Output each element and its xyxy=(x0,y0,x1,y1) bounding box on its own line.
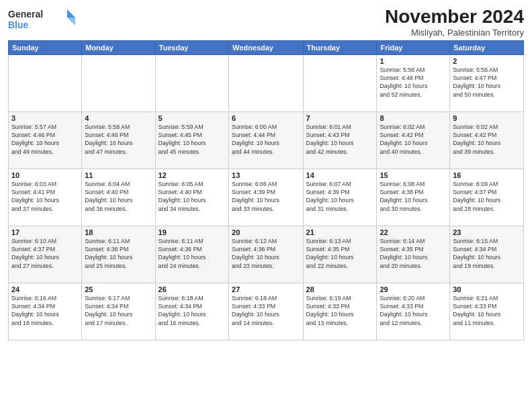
day-info: Sunrise: 6:15 AMSunset: 4:34 PMDaylight:… xyxy=(453,237,521,270)
day-info: Sunrise: 5:56 AMSunset: 4:48 PMDaylight:… xyxy=(380,66,447,99)
calendar-cell-w3-d1: 10Sunrise: 6:03 AMSunset: 4:41 PMDayligh… xyxy=(9,169,82,226)
day-number: 20 xyxy=(232,228,300,236)
day-info: Sunrise: 6:02 AMSunset: 4:42 PMDaylight:… xyxy=(453,123,521,156)
calendar-cell-w1-d1 xyxy=(9,54,82,111)
day-info: Sunrise: 5:59 AMSunset: 4:45 PMDaylight:… xyxy=(159,123,226,156)
day-number: 1 xyxy=(380,57,447,65)
svg-marker-2 xyxy=(67,9,75,17)
day-number: 5 xyxy=(159,114,226,122)
calendar-cell-w3-d7: 16Sunrise: 6:09 AMSunset: 4:37 PMDayligh… xyxy=(450,169,524,226)
calendar-cell-w4-d3: 19Sunrise: 6:11 AMSunset: 4:36 PMDayligh… xyxy=(155,226,228,283)
day-number: 8 xyxy=(380,114,447,122)
day-number: 2 xyxy=(453,57,521,65)
calendar-week-3: 10Sunrise: 6:03 AMSunset: 4:41 PMDayligh… xyxy=(9,169,524,226)
day-info: Sunrise: 5:56 AMSunset: 4:47 PMDaylight:… xyxy=(453,66,521,99)
calendar-body: 1Sunrise: 5:56 AMSunset: 4:48 PMDaylight… xyxy=(9,54,524,340)
calendar-cell-w2-d6: 8Sunrise: 6:02 AMSunset: 4:42 PMDaylight… xyxy=(377,111,450,169)
title-block: November 2024 Misliyah, Palestinian Terr… xyxy=(385,7,524,38)
day-number: 7 xyxy=(306,114,374,122)
day-info: Sunrise: 6:02 AMSunset: 4:42 PMDaylight:… xyxy=(380,123,447,156)
calendar-cell-w3-d5: 14Sunrise: 6:07 AMSunset: 4:39 PMDayligh… xyxy=(303,169,377,226)
header-thursday: Thursday xyxy=(303,40,377,54)
day-info: Sunrise: 6:13 AMSunset: 4:35 PMDaylight:… xyxy=(306,237,374,270)
calendar-header: Sunday Monday Tuesday Wednesday Thursday… xyxy=(9,40,524,54)
day-info: Sunrise: 6:10 AMSunset: 4:37 PMDaylight:… xyxy=(11,237,79,270)
day-number: 3 xyxy=(11,114,79,122)
header-tuesday: Tuesday xyxy=(155,40,228,54)
calendar-cell-w5-d3: 26Sunrise: 6:18 AMSunset: 4:34 PMDayligh… xyxy=(155,283,228,340)
header-wednesday: Wednesday xyxy=(229,40,304,54)
day-info: Sunrise: 6:00 AMSunset: 4:44 PMDaylight:… xyxy=(232,123,300,156)
calendar-cell-w4-d6: 22Sunrise: 6:14 AMSunset: 4:35 PMDayligh… xyxy=(377,226,450,283)
svg-marker-3 xyxy=(67,17,75,26)
calendar-week-4: 17Sunrise: 6:10 AMSunset: 4:37 PMDayligh… xyxy=(9,226,524,283)
day-info: Sunrise: 6:03 AMSunset: 4:41 PMDaylight:… xyxy=(11,180,79,213)
calendar-cell-w1-d4 xyxy=(229,54,304,111)
calendar-table: Sunday Monday Tuesday Wednesday Thursday… xyxy=(8,40,524,340)
header-sunday: Sunday xyxy=(9,40,82,54)
day-number: 26 xyxy=(159,285,226,293)
calendar-cell-w1-d7: 2Sunrise: 5:56 AMSunset: 4:47 PMDaylight… xyxy=(450,54,524,111)
header: General Blue November 2024 Misliyah, Pal… xyxy=(8,7,524,38)
day-number: 10 xyxy=(11,171,79,179)
day-info: Sunrise: 6:12 AMSunset: 4:36 PMDaylight:… xyxy=(232,237,300,270)
calendar-week-5: 24Sunrise: 6:16 AMSunset: 4:34 PMDayligh… xyxy=(9,283,524,340)
svg-text:Blue: Blue xyxy=(8,19,29,30)
day-info: Sunrise: 6:14 AMSunset: 4:35 PMDaylight:… xyxy=(380,237,447,270)
calendar-cell-w1-d6: 1Sunrise: 5:56 AMSunset: 4:48 PMDaylight… xyxy=(377,54,450,111)
day-info: Sunrise: 6:06 AMSunset: 4:39 PMDaylight:… xyxy=(232,180,300,213)
header-saturday: Saturday xyxy=(450,40,524,54)
page-container: General Blue November 2024 Misliyah, Pal… xyxy=(0,0,532,346)
day-number: 29 xyxy=(380,285,447,293)
day-number: 9 xyxy=(453,114,521,122)
day-info: Sunrise: 6:09 AMSunset: 4:37 PMDaylight:… xyxy=(453,180,521,213)
calendar-cell-w5-d1: 24Sunrise: 6:16 AMSunset: 4:34 PMDayligh… xyxy=(9,283,82,340)
calendar-cell-w2-d5: 7Sunrise: 6:01 AMSunset: 4:43 PMDaylight… xyxy=(303,111,377,169)
day-number: 14 xyxy=(306,171,374,179)
calendar-cell-w2-d2: 4Sunrise: 5:58 AMSunset: 4:46 PMDaylight… xyxy=(82,111,155,169)
day-number: 21 xyxy=(306,228,374,236)
calendar-cell-w1-d5 xyxy=(303,54,377,111)
day-number: 24 xyxy=(11,285,79,293)
calendar-cell-w5-d7: 30Sunrise: 6:21 AMSunset: 4:33 PMDayligh… xyxy=(450,283,524,340)
calendar-cell-w4-d4: 20Sunrise: 6:12 AMSunset: 4:36 PMDayligh… xyxy=(229,226,304,283)
calendar-cell-w2-d1: 3Sunrise: 5:57 AMSunset: 4:46 PMDaylight… xyxy=(9,111,82,169)
day-info: Sunrise: 6:21 AMSunset: 4:33 PMDaylight:… xyxy=(453,294,521,327)
calendar-cell-w3-d3: 12Sunrise: 6:05 AMSunset: 4:40 PMDayligh… xyxy=(155,169,228,226)
logo: General Blue xyxy=(8,7,75,31)
day-number: 6 xyxy=(232,114,300,122)
day-info: Sunrise: 6:05 AMSunset: 4:40 PMDaylight:… xyxy=(159,180,226,213)
day-number: 25 xyxy=(85,285,152,293)
day-number: 23 xyxy=(453,228,521,236)
day-info: Sunrise: 6:20 AMSunset: 4:33 PMDaylight:… xyxy=(380,294,447,327)
calendar-cell-w2-d3: 5Sunrise: 5:59 AMSunset: 4:45 PMDaylight… xyxy=(155,111,228,169)
day-number: 12 xyxy=(159,171,226,179)
day-info: Sunrise: 6:11 AMSunset: 4:36 PMDaylight:… xyxy=(159,237,226,270)
days-header-row: Sunday Monday Tuesday Wednesday Thursday… xyxy=(9,40,524,54)
day-number: 19 xyxy=(159,228,226,236)
calendar-cell-w4-d7: 23Sunrise: 6:15 AMSunset: 4:34 PMDayligh… xyxy=(450,226,524,283)
calendar-cell-w3-d2: 11Sunrise: 6:04 AMSunset: 4:40 PMDayligh… xyxy=(82,169,155,226)
calendar-cell-w2-d4: 6Sunrise: 6:00 AMSunset: 4:44 PMDaylight… xyxy=(229,111,304,169)
calendar-cell-w4-d5: 21Sunrise: 6:13 AMSunset: 4:35 PMDayligh… xyxy=(303,226,377,283)
day-info: Sunrise: 5:58 AMSunset: 4:46 PMDaylight:… xyxy=(85,123,152,156)
day-number: 11 xyxy=(85,171,152,179)
calendar-cell-w3-d6: 15Sunrise: 6:08 AMSunset: 4:38 PMDayligh… xyxy=(377,169,450,226)
month-title: November 2024 xyxy=(385,7,524,28)
day-info: Sunrise: 5:57 AMSunset: 4:46 PMDaylight:… xyxy=(11,123,79,156)
calendar-cell-w5-d4: 27Sunrise: 6:18 AMSunset: 4:33 PMDayligh… xyxy=(229,283,304,340)
day-info: Sunrise: 6:07 AMSunset: 4:39 PMDaylight:… xyxy=(306,180,374,213)
day-info: Sunrise: 6:18 AMSunset: 4:34 PMDaylight:… xyxy=(159,294,226,327)
location: Misliyah, Palestinian Territory xyxy=(385,28,524,38)
day-info: Sunrise: 6:01 AMSunset: 4:43 PMDaylight:… xyxy=(306,123,374,156)
day-number: 16 xyxy=(453,171,521,179)
day-number: 27 xyxy=(232,285,300,293)
day-info: Sunrise: 6:04 AMSunset: 4:40 PMDaylight:… xyxy=(85,180,152,213)
header-friday: Friday xyxy=(377,40,450,54)
day-number: 4 xyxy=(85,114,152,122)
day-number: 13 xyxy=(232,171,300,179)
calendar-cell-w1-d2 xyxy=(82,54,155,111)
logo-svg: General Blue xyxy=(8,7,75,31)
day-number: 28 xyxy=(306,285,374,293)
day-number: 18 xyxy=(85,228,152,236)
